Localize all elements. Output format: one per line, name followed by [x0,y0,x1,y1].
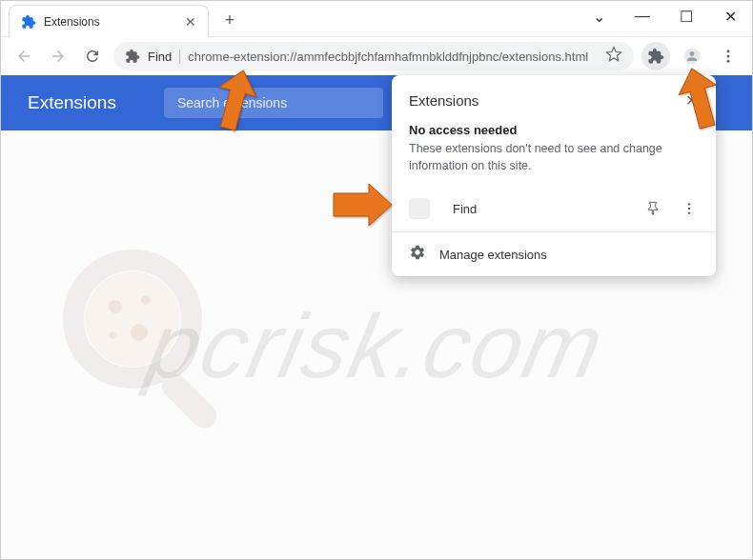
arrow-annotation [673,66,730,136]
extension-row[interactable]: Find [392,186,716,231]
back-button[interactable] [10,43,37,70]
svg-point-11 [688,203,690,205]
svg-point-2 [727,55,730,58]
pin-icon[interactable] [640,195,666,222]
bookmark-star-icon[interactable] [605,46,622,67]
omnibox-url: chrome-extension://ammfecbbjfchfamhafmnb… [188,50,598,64]
popup-title: Extensions [409,92,478,109]
forward-button[interactable] [45,43,71,70]
svg-point-7 [141,295,151,305]
omnibox-app-name: Find [148,50,180,64]
window-controls: ⌄ — ☐ ✕ [577,1,752,31]
page-title: Extensions [28,92,116,113]
browser-toolbar: Find chrome-extension://ammfecbbjfchfamh… [1,37,752,75]
arrow-annotation [329,182,396,231]
manage-extensions-button[interactable]: Manage extensions [392,232,716,276]
minimize-button[interactable]: — [621,1,664,31]
svg-point-9 [110,331,117,339]
svg-point-12 [688,208,690,210]
extension-item-icon [409,198,430,219]
new-tab-button[interactable]: + [216,7,243,33]
svg-point-1 [727,50,730,52]
svg-point-6 [109,300,122,313]
gear-icon [409,244,426,265]
arrow-annotation [209,68,266,138]
svg-point-5 [85,271,180,367]
extension-item-name: Find [439,202,630,216]
popup-header: Extensions ✕ [392,75,716,115]
address-bar[interactable]: Find chrome-extension://ammfecbbjfchfamh… [113,42,634,70]
search-extensions-input[interactable]: Search extensions [164,88,383,118]
puzzle-icon [21,14,36,30]
svg-point-13 [688,211,690,213]
extensions-popup: Extensions ✕ No access needed These exte… [392,75,716,276]
svg-point-3 [727,60,730,63]
extension-icon [125,49,140,64]
maximize-button[interactable]: ☐ [664,1,708,31]
browser-tab[interactable]: Extensions ✕ [9,5,209,37]
popup-subtitle: No access needed [409,123,699,137]
magnifier-illustration [58,245,249,439]
tab-title: Extensions [44,15,183,29]
close-tab-icon[interactable]: ✕ [183,14,198,30]
extension-menu-icon[interactable] [676,195,702,222]
close-window-button[interactable]: ✕ [708,1,752,31]
manage-extensions-label: Manage extensions [439,248,547,262]
popup-body: No access needed These extensions don't … [392,115,716,186]
extensions-button[interactable] [641,42,670,70]
reload-button[interactable] [79,43,106,70]
svg-rect-10 [157,369,222,433]
svg-point-8 [131,324,148,341]
dropdown-icon[interactable]: ⌄ [577,1,621,31]
window-titlebar: Extensions ✕ + ⌄ — ☐ ✕ [1,1,752,37]
popup-description: These extensions don't need to see and c… [409,141,699,174]
